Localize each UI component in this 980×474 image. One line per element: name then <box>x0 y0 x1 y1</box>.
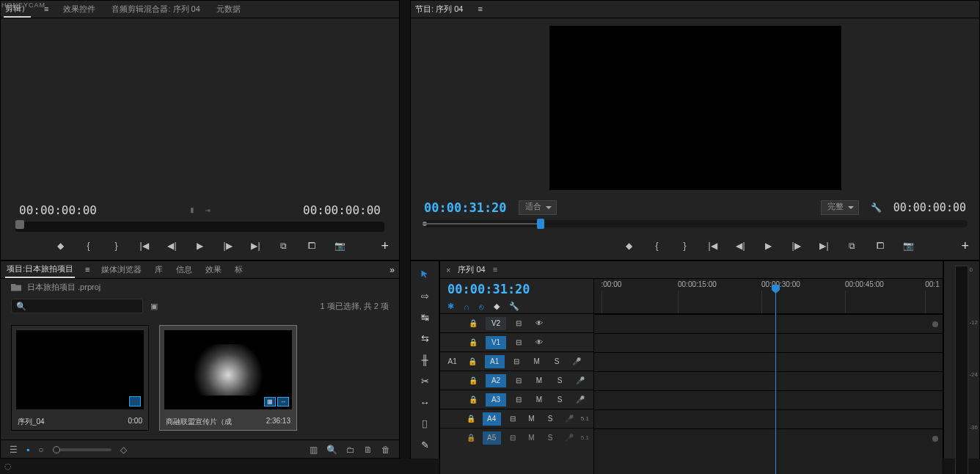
go-in-icon[interactable]: |◀ <box>708 241 718 251</box>
track-header-a5[interactable]: 🔒 A5 ⊟ M S 🎤 5.1 <box>440 428 593 447</box>
zoom-fit-dropdown[interactable]: 适合 <box>519 200 557 215</box>
overflow-tabs-icon[interactable]: » <box>390 265 395 275</box>
lane-v1[interactable] <box>594 333 943 352</box>
mute-icon[interactable]: M <box>531 395 547 404</box>
nest-toggle-icon[interactable]: ✱ <box>447 302 454 311</box>
eye-icon[interactable]: 👁 <box>531 319 547 327</box>
thumbnail-zoom-slider[interactable] <box>53 448 111 451</box>
solo-icon[interactable]: S <box>543 415 557 423</box>
time-ruler[interactable]: :00:00 00:00:15:00 00:00:30:00 00:00:45:… <box>594 279 943 314</box>
mark-in-icon[interactable]: { <box>84 241 94 251</box>
play-icon[interactable]: ▶ <box>195 241 205 251</box>
timeline-timecode[interactable]: 00:00:31:20 <box>447 282 530 296</box>
toggle-output-icon[interactable]: ⊟ <box>511 338 527 346</box>
find-icon[interactable]: 🔍 <box>326 445 337 455</box>
lane-v2[interactable] <box>594 314 943 333</box>
close-tab-icon[interactable]: × <box>446 266 450 274</box>
toggle-output-icon[interactable]: ⊟ <box>505 434 520 442</box>
go-out-icon[interactable]: ▶| <box>251 241 261 251</box>
track-label[interactable]: A1 <box>485 355 505 368</box>
toggle-output-icon[interactable]: ⊟ <box>511 319 527 327</box>
extract-icon[interactable]: ⧠ <box>875 241 885 251</box>
track-label[interactable]: A5 <box>483 431 501 445</box>
insert-icon[interactable]: ⧉ <box>279 241 289 251</box>
toggle-output-icon[interactable]: ⊟ <box>511 376 527 384</box>
new-bin-icon[interactable]: ▣ <box>150 302 158 311</box>
project-item-clip[interactable]: ▦↔ 商融联盟宣传片（成2:36:13 <box>159 325 297 431</box>
program-timecode[interactable]: 00:00:31:20 <box>424 200 507 215</box>
voice-record-icon[interactable]: 🎤 <box>562 415 577 423</box>
settings-wrench-icon[interactable]: 🔧 <box>509 302 519 311</box>
track-label[interactable]: V1 <box>486 336 506 349</box>
add-marker-icon[interactable]: ◆ <box>624 241 635 251</box>
linked-selection-icon[interactable]: ⎋ <box>479 302 484 311</box>
button-editor-plus[interactable]: + <box>381 238 389 254</box>
track-label[interactable]: V2 <box>486 317 506 330</box>
slip-tool-icon[interactable]: ↔ <box>417 395 432 409</box>
timeline-lanes[interactable] <box>594 314 943 448</box>
tab-effect-controls[interactable]: 效果控件 <box>62 1 97 17</box>
rolling-edit-tool-icon[interactable]: ⇆ <box>417 331 432 346</box>
quality-dropdown[interactable]: 完整 <box>821 200 859 215</box>
source-tc-in[interactable]: 00:00:00:00 <box>19 203 97 217</box>
tab-audio-mixer[interactable]: 音频剪辑混合器: 序列 04 <box>110 1 201 17</box>
source-patch[interactable]: A1 <box>445 357 460 365</box>
razor-tool-icon[interactable]: ✂ <box>417 373 432 388</box>
track-header-v1[interactable]: 🔒 V1 ⊟ 👁 <box>440 332 593 351</box>
lock-icon[interactable]: 🔒 <box>465 395 481 404</box>
track-label[interactable]: A3 <box>486 393 506 406</box>
lane-a5[interactable] <box>594 429 943 448</box>
mark-in-icon[interactable]: { <box>652 241 662 251</box>
timeline-lanes-area[interactable]: :00:00 00:00:15:00 00:00:30:00 00:00:45:… <box>594 279 943 474</box>
lock-icon[interactable]: 🔒 <box>464 357 480 365</box>
lock-icon[interactable]: 🔒 <box>464 415 478 423</box>
bracket-icon[interactable]: ⇥ <box>205 205 211 215</box>
lock-icon[interactable]: 🔒 <box>465 338 481 346</box>
voice-record-icon[interactable]: 🎤 <box>572 395 588 404</box>
icon-view-icon[interactable]: ▪ <box>26 445 29 455</box>
track-label[interactable]: A2 <box>486 374 506 387</box>
voice-record-icon[interactable]: 🎤 <box>572 376 588 384</box>
marker-span-icon[interactable]: ◆ <box>494 302 500 311</box>
toggle-output-icon[interactable]: ⊟ <box>509 357 524 365</box>
settings-wrench-icon[interactable]: 🔧 <box>871 203 882 213</box>
trash-icon[interactable]: 🗑 <box>381 445 390 455</box>
lock-icon[interactable]: 🔒 <box>465 376 481 384</box>
voice-record-icon[interactable]: 🎤 <box>562 434 577 442</box>
export-frame-icon[interactable]: 📷 <box>903 241 913 251</box>
eye-icon[interactable]: 👁 <box>531 338 547 346</box>
playhead-knob-icon[interactable] <box>537 219 544 229</box>
lock-icon[interactable]: 🔒 <box>464 434 478 442</box>
source-scrub-bar[interactable] <box>15 222 384 232</box>
automate-icon[interactable]: ▥ <box>310 445 318 455</box>
track-header-v2[interactable]: 🔒 V2 ⊟ 👁 <box>440 313 593 332</box>
rate-stretch-tool-icon[interactable]: ╫ <box>417 352 432 367</box>
step-fwd-icon[interactable]: |▶ <box>223 241 233 251</box>
program-tc-right[interactable]: 00:00:00:00 <box>893 201 966 214</box>
lane-a1[interactable] <box>594 352 943 371</box>
ripple-edit-tool-icon[interactable]: ↹ <box>417 310 432 324</box>
mute-icon[interactable]: M <box>531 376 547 384</box>
marker-icon[interactable]: ▮ <box>189 205 194 215</box>
play-icon[interactable]: ▶ <box>764 241 774 251</box>
toggle-output-icon[interactable]: ⊟ <box>505 415 520 423</box>
tab-markers[interactable]: 标 <box>233 262 244 277</box>
program-viewport[interactable] <box>411 18 979 197</box>
lane-a4[interactable] <box>594 409 943 429</box>
track-header-a2[interactable]: 🔒 A2 ⊟ M S 🎤 <box>440 371 593 390</box>
new-bin-icon[interactable]: 🗀 <box>346 445 355 455</box>
list-view-icon[interactable]: ☰ <box>10 445 18 455</box>
overwrite-icon[interactable]: ⧠ <box>307 241 317 251</box>
project-item-sequence[interactable]: 序列_040:00 <box>11 325 149 431</box>
tab-program[interactable]: 节目: 序列 04 <box>414 1 464 17</box>
source-tc-out[interactable]: 00:00:00:00 <box>303 203 381 217</box>
slide-tool-icon[interactable]: ⌷ <box>417 416 432 431</box>
step-back-icon[interactable]: ◀| <box>736 241 746 251</box>
pen-tool-icon[interactable]: ✎ <box>417 437 432 452</box>
snap-magnet-icon[interactable]: ∩ <box>464 302 469 311</box>
go-out-icon[interactable]: ▶| <box>819 241 830 251</box>
export-frame-icon[interactable]: 📷 <box>334 241 345 251</box>
search-input[interactable]: 🔍 <box>11 299 143 313</box>
tab-info[interactable]: 信息 <box>175 262 194 277</box>
new-item-icon[interactable]: 🗎 <box>364 445 373 455</box>
